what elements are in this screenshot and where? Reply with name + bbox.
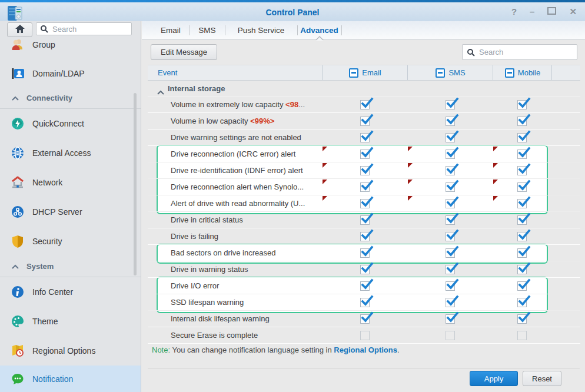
table-row[interactable]: Drive warning settings are not enabled [148,129,580,146]
sidebar-item-external-access[interactable]: External Access [0,138,141,168]
table-row[interactable]: Volume in extremely low capacity <98... [148,97,580,113]
column-header-email[interactable]: Email [322,65,408,80]
table-row[interactable]: Drive in warning status [148,261,580,278]
email-checkbox[interactable] [360,215,370,225]
sms-checkbox[interactable] [446,117,455,126]
regional-options-link[interactable]: Regional Options [334,346,397,354]
sms-checkbox[interactable] [446,248,455,258]
mobile-checkbox[interactable] [517,100,527,109]
sms-checkbox[interactable] [446,133,455,142]
tab-sms[interactable]: SMS [190,21,225,39]
minimize-icon[interactable]: – [530,6,534,18]
email-checkbox[interactable] [360,281,370,291]
sidebar-item-group[interactable]: Group [0,30,141,59]
sms-checkbox[interactable] [446,215,455,225]
email-checkbox[interactable] [360,232,370,241]
sidebar-item-domain-ldap[interactable]: Domain/LDAP [0,59,141,88]
table-row[interactable]: Drive is failing [148,228,580,245]
email-checkbox[interactable] [360,117,370,126]
sms-checkbox[interactable] [446,298,455,307]
sms-checkbox[interactable] [446,281,455,291]
sidebar-section-connectivity[interactable]: Connectivity [0,88,141,109]
email-checkbox[interactable] [360,331,370,340]
mobile-checkbox[interactable] [517,314,527,324]
sms-checkbox[interactable] [446,150,455,159]
sidebar-item-network[interactable]: Network [0,168,141,197]
table-search-box[interactable] [462,44,577,60]
indeterminate-checkbox-sms[interactable] [436,68,445,78]
table-row[interactable]: Volume in low capacity <99%> [148,113,580,129]
sidebar-item-theme[interactable]: Theme [0,307,141,336]
sms-checkbox[interactable] [446,314,455,324]
mobile-checkbox[interactable] [517,215,527,225]
email-checkbox[interactable] [360,265,370,274]
sidebar-item-quickconnect[interactable]: QuickConnect [0,109,141,138]
mobile-checkbox[interactable] [517,265,527,274]
mobile-checkbox[interactable] [517,117,527,126]
mobile-checkbox[interactable] [517,182,527,192]
table-row[interactable]: Secure Erase is complete [148,327,580,344]
sidebar-item-info-center[interactable]: Info Center [0,277,141,307]
table-row[interactable]: Drive reconnection alert when Synolo... [148,179,580,195]
email-checkbox[interactable] [360,133,370,142]
column-header-event[interactable]: Event [158,65,177,80]
table-row[interactable]: Bad sectors on drive increased [148,245,580,261]
sidebar-section-system[interactable]: System [0,256,141,277]
edit-message-button[interactable]: Edit Message [151,44,217,60]
table-row[interactable]: Internal disk lifespan warning [148,311,580,327]
indeterminate-checkbox-email[interactable] [349,68,358,78]
mobile-checkbox[interactable] [517,150,527,159]
table-row[interactable]: Drive reconnection (ICRC error) alert [148,146,580,162]
sms-checkbox[interactable] [446,199,455,208]
table-row[interactable]: Drive re-identification (IDNF error) ale… [148,162,580,179]
sms-checkbox[interactable] [446,232,455,241]
group-row-internal-storage[interactable]: Internal storage [148,81,580,97]
mobile-checkbox[interactable] [517,133,527,142]
mobile-checkbox[interactable] [517,166,527,175]
table-search-input[interactable] [478,47,577,57]
maximize-icon[interactable] [547,6,556,18]
mobile-checkbox[interactable] [517,331,527,340]
column-header-mobile[interactable]: Mobile [493,65,552,80]
email-checkbox[interactable] [360,166,370,175]
email-checkbox[interactable] [360,248,370,258]
mobile-checkbox[interactable] [517,248,527,258]
mobile-checkbox[interactable] [517,298,527,307]
email-checkbox[interactable] [360,100,370,109]
table-row[interactable]: SSD lifespan warning [148,294,580,311]
table-row[interactable]: Drive in critical status [148,212,580,228]
indeterminate-checkbox-mobile[interactable] [505,68,514,78]
email-checkbox[interactable] [360,182,370,192]
mobile-checkbox[interactable] [517,199,527,208]
email-checkbox[interactable] [360,298,370,307]
event-label: Secure Erase is complete [171,327,258,343]
table-row[interactable]: Drive I/O error [148,278,580,294]
sidebar-item-regional-options[interactable]: Regional Options [0,336,141,366]
mobile-checkbox[interactable] [517,232,527,241]
theme-icon [11,314,25,328]
sidebar-scrollbar[interactable] [134,93,137,275]
mobile-checkbox[interactable] [517,281,527,291]
sms-checkbox[interactable] [446,166,455,175]
table-row[interactable]: Alert of drive with read abnormality (U.… [148,195,580,212]
tab-email[interactable]: Email [152,21,190,39]
sms-checkbox[interactable] [446,265,455,274]
tab-push-service[interactable]: Push Service [225,21,297,39]
close-icon[interactable]: ✕ [569,6,577,18]
help-icon[interactable]: ? [511,6,517,18]
sidebar-item-security[interactable]: Security [0,227,141,256]
security-icon [11,234,25,248]
sms-checkbox[interactable] [446,100,455,109]
email-checkbox[interactable] [360,199,370,208]
collapse-chevron-icon[interactable] [157,87,164,97]
column-header-sms[interactable]: SMS [407,65,493,80]
sidebar-item-notification[interactable]: Notification [0,366,141,392]
titlebar[interactable]: Control Panel ? – ✕ [0,2,585,21]
email-checkbox[interactable] [360,150,370,159]
sms-checkbox[interactable] [446,331,455,340]
apply-button[interactable]: Apply [470,371,518,386]
email-checkbox[interactable] [360,314,370,324]
reset-button[interactable]: Reset [523,371,561,386]
sidebar-item-dhcp-server[interactable]: DHCP Server [0,197,141,227]
sms-checkbox[interactable] [446,182,455,192]
